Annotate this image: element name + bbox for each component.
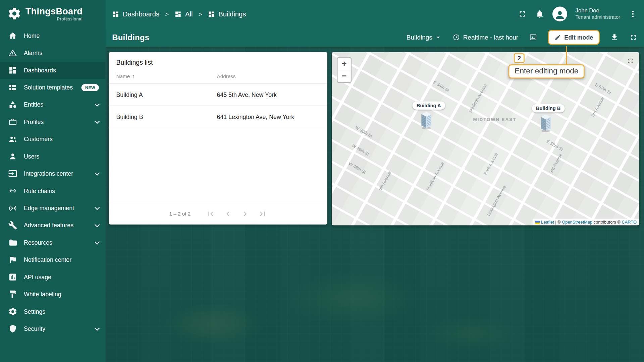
breadcrumb-separator: >: [199, 10, 202, 17]
sidebar-item-security[interactable]: Security: [0, 320, 106, 337]
more-vert-icon[interactable]: [628, 9, 637, 18]
area-label: MIDTOWN EAST: [473, 117, 517, 122]
top-header: Dashboards > All > Buildings John Doe Te…: [106, 0, 644, 28]
table-row[interactable]: Building A 645 5th Ave, New York: [109, 84, 327, 106]
breadcrumb-separator: >: [165, 10, 169, 17]
chevron-down-icon: [95, 102, 100, 107]
leaflet-link[interactable]: Leaflet: [541, 220, 554, 225]
map-fullscreen-icon[interactable]: [626, 57, 634, 65]
new-badge: NEW: [82, 84, 99, 91]
main-area: Dashboards > All > Buildings John Doe Te…: [106, 0, 644, 362]
sidebar-item-rule-chains[interactable]: Rule chains: [0, 182, 106, 199]
sidebar-item-alarms[interactable]: Alarms: [0, 44, 106, 61]
toolbar-right-controls: Buildings Realtime - last hour Edit mode: [407, 30, 638, 45]
fullscreen-icon[interactable]: [629, 33, 637, 41]
widget-title: Buildings list: [109, 52, 327, 72]
column-header-name[interactable]: Name ↑: [116, 73, 217, 79]
chevron-down-icon: [95, 239, 100, 245]
carto-link[interactable]: CARTO: [622, 220, 637, 225]
dashboard-state-select[interactable]: Buildings: [407, 34, 442, 41]
image-export-icon[interactable]: [529, 33, 537, 41]
cell-name: Building B: [116, 114, 217, 120]
map-marker-label[interactable]: Building B: [532, 104, 565, 112]
chevron-down-icon: [95, 325, 100, 331]
cell-address: 645 5th Ave, New York: [217, 91, 277, 98]
zoom-out-button[interactable]: −: [338, 70, 351, 82]
home-icon: [8, 31, 17, 40]
edit-mode-button[interactable]: Edit mode: [548, 30, 599, 45]
map-canvas[interactable]: [332, 52, 639, 226]
sidebar-item-advanced-features[interactable]: Advanced features: [0, 217, 106, 234]
gear-icon: [8, 307, 17, 316]
sidebar-item-entities[interactable]: Entities: [0, 96, 106, 113]
fullscreen-icon[interactable]: [518, 9, 527, 18]
zoom-in-button[interactable]: +: [338, 58, 351, 70]
dashboard-toolbar: Buildings Buildings Realtime - last hour…: [106, 28, 644, 47]
paginator-range-label: 1 – 2 of 2: [169, 211, 191, 217]
map-marker-label[interactable]: Building A: [412, 101, 445, 109]
user-menu[interactable]: John Doe Tenant administrator: [576, 7, 620, 20]
callout-step-number: 2: [514, 53, 525, 63]
breadcrumb-dashboards[interactable]: Dashboards: [112, 10, 159, 18]
dashboard-background: Buildings list Name ↑ Address Building A…: [106, 47, 644, 362]
antenna-icon: [8, 203, 17, 213]
paginator-buttons: [206, 209, 267, 218]
sidebar-item-solution-templates[interactable]: Solution templates NEW: [0, 79, 106, 96]
ukraine-flag-icon: [535, 221, 540, 224]
sort-asc-icon: ↑: [132, 73, 135, 79]
input-icon: [8, 169, 17, 178]
briefcase-icon: [8, 117, 17, 126]
callout-tooltip: Enter editing mode: [508, 64, 585, 78]
building-marker-icon[interactable]: [540, 114, 552, 132]
dashboards-icon: [8, 66, 17, 75]
breadcrumb-all[interactable]: All: [174, 10, 193, 18]
sidebar-item-notification-center[interactable]: Notification center: [0, 251, 106, 268]
sidebar-item-home[interactable]: Home: [0, 27, 106, 44]
column-header-address[interactable]: Address: [217, 73, 320, 79]
table-row[interactable]: Building B 641 Lexington Ave, New York: [109, 106, 327, 128]
sidebar-item-edge-management[interactable]: Edge management: [0, 199, 106, 217]
sidebar-item-white-labeling[interactable]: White labeling: [0, 286, 106, 303]
next-page-icon[interactable]: [241, 209, 250, 218]
warning-icon: [8, 48, 17, 57]
breadcrumb-buildings[interactable]: Buildings: [208, 10, 246, 18]
notifications-bell-icon[interactable]: [535, 9, 544, 18]
sidebar-item-customers[interactable]: Customers: [0, 130, 106, 147]
page-title: Buildings: [112, 33, 149, 42]
download-icon[interactable]: [610, 33, 619, 41]
people-icon: [8, 135, 17, 144]
paint-icon: [8, 290, 17, 299]
dashboard-grid-icon: [208, 10, 215, 17]
sidebar-item-users[interactable]: Users: [0, 148, 106, 165]
app-edition: Professional: [25, 16, 83, 21]
table-header: Name ↑ Address: [109, 71, 327, 84]
app-logo[interactable]: ThingsBoard Professional: [0, 0, 106, 27]
templates-grid-icon: [8, 83, 17, 92]
sidebar-item-profiles[interactable]: Profiles: [0, 113, 106, 130]
building-marker-icon[interactable]: [420, 111, 433, 130]
chevron-down-icon: [95, 170, 100, 176]
cell-name: Building A: [116, 91, 217, 98]
timewindow-button[interactable]: Realtime - last hour: [452, 34, 518, 41]
sidebar: ThingsBoard Professional Home Alarms Das…: [0, 0, 106, 362]
app-name: ThingsBoard: [25, 6, 83, 17]
rule-chain-icon: [8, 186, 17, 195]
sidebar-item-integrations-center[interactable]: Integrations center: [0, 165, 106, 182]
sidebar-item-dashboards[interactable]: Dashboards: [0, 62, 106, 79]
last-page-icon[interactable]: [258, 209, 267, 218]
pencil-icon: [554, 34, 561, 41]
sidebar-item-api-usage[interactable]: API usage: [0, 268, 106, 286]
clock-icon: [452, 34, 460, 41]
callout-connector-line: [566, 46, 567, 65]
previous-page-icon[interactable]: [223, 209, 232, 218]
sidebar-item-resources[interactable]: Resources: [0, 234, 106, 251]
caret-down-icon: [434, 34, 442, 41]
map-attribution: Leaflet | © OpenStreetMap contributors ©…: [533, 219, 639, 226]
openstreetmap-link[interactable]: OpenStreetMap: [562, 220, 592, 225]
flag-icon: [8, 255, 17, 264]
first-page-icon[interactable]: [206, 209, 215, 218]
sidebar-item-settings[interactable]: Settings: [0, 303, 106, 320]
chart-box-icon: [8, 273, 17, 282]
user-avatar[interactable]: [552, 7, 567, 21]
map-widget: E 54th St E 57th St E 53rd St W 50th St …: [332, 52, 639, 226]
